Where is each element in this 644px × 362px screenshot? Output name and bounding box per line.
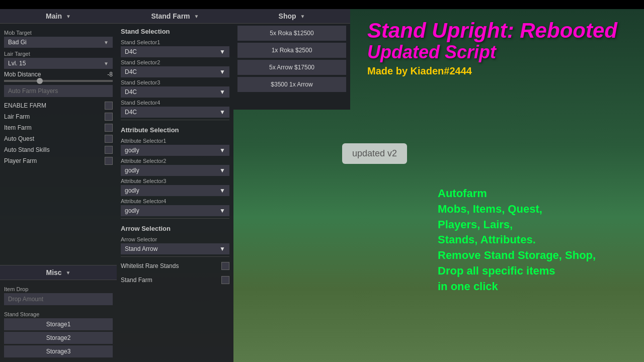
mob-target-dropdown[interactable]: Bad Gi ▼ [4,37,113,48]
stand-selector4-chevron-icon: ▼ [219,109,225,116]
drop-amount-input[interactable] [4,293,113,305]
whitelist-checkbox[interactable] [221,262,229,270]
title-line1: Stand Upright: Rebooted [367,19,634,42]
stand-selector2-chevron-icon: ▼ [219,68,225,75]
item-farm-label: Item Farm [4,124,32,131]
shop-panel: Shop ▼ 5x Roka $12500 1x Roka $2500 5x A… [233,9,350,110]
shop-item4-button[interactable]: $3500 1x Arrow [237,77,346,92]
arrow-selector-value: Stand Arrow [125,245,157,252]
attribute-selector4-dropdown[interactable]: godly ▼ [121,205,229,216]
stand-selector1-label: Stand Selector1 [117,39,233,45]
auto-stand-skills-label: Auto Stand Skills [4,146,50,153]
stand-selector4-dropdown[interactable]: D4C ▼ [121,107,229,118]
storage2-button[interactable]: Storage2 [4,332,113,344]
stand-selector1-dropdown[interactable]: D4C ▼ [121,46,229,57]
attribute-selector1-chevron-icon: ▼ [219,147,225,154]
misc-chevron-icon[interactable]: ▼ [66,270,71,276]
attribute-selector3-dropdown[interactable]: godly ▼ [121,185,229,196]
shop-chevron-icon[interactable]: ▼ [300,14,305,19]
attribute-selector3-value: godly [125,187,139,194]
whitelist-label: Whitelist Rare Stands [121,262,179,269]
lair-target-dropdown[interactable]: Lvl. 15 ▼ [4,58,113,69]
middle-panel: Stand Farm ▼ Stand Selection Stand Selec… [117,9,233,362]
divider3 [121,256,229,257]
main-chevron-icon[interactable]: ▼ [66,14,71,19]
stand-selector3-value: D4C [125,88,137,96]
top-bar [0,0,644,9]
shop-item1-button[interactable]: 5x Roka $12500 [237,26,346,41]
stand-farm-content: Stand Selection Stand Selector1 D4C ▼ St… [117,24,233,362]
shop-item2-button[interactable]: 1x Roka $2500 [237,43,346,58]
enable-farm-label: ENABLE FARM [4,102,46,109]
stand-selector1-value: D4C [125,48,137,55]
player-farm-checkbox[interactable] [105,157,113,165]
feature-line1: Autofarm [438,186,596,202]
attribute-selector1-dropdown[interactable]: godly ▼ [121,145,229,156]
attribute-selector4-label: Attribute Selector4 [117,198,233,204]
stand-selector4-label: Stand Selector4 [117,100,233,106]
mob-target-chevron-icon: ▼ [104,40,109,45]
attribute-selector4-chevron-icon: ▼ [219,207,225,214]
shop-header: Shop ▼ [233,9,350,24]
misc-header: Misc ▼ [0,265,117,280]
enable-farm-row: ENABLE FARM [4,100,113,111]
auto-stand-skills-checkbox[interactable] [105,146,113,154]
auto-stand-skills-row: Auto Stand Skills [4,144,113,155]
title-line2: Updated Script [367,42,634,62]
title-area: Stand Upright: Rebooted Updated Script M… [357,9,644,77]
stand-selector2-dropdown[interactable]: D4C ▼ [121,66,229,77]
attribute-selector2-dropdown[interactable]: godly ▼ [121,165,229,176]
lair-target-label: Lair Target [4,51,113,57]
stand-selector2-label: Stand Selector2 [117,59,233,65]
arrow-selector-dropdown[interactable]: Stand Arrow ▼ [121,243,229,254]
made-by-label: Made by Kiaden#2444 [367,65,634,77]
attribute-selector2-value: godly [125,167,139,174]
stand-selector3-dropdown[interactable]: D4C ▼ [121,86,229,98]
stand-farm-label: Stand Farm [121,277,152,284]
mob-distance-label: Mob Distance [4,71,41,78]
auto-farm-players-input[interactable] [4,85,113,97]
storage3-button[interactable]: Storage3 [4,345,113,357]
stand-selector2-value: D4C [125,68,137,75]
auto-quest-checkbox[interactable] [105,135,113,143]
features-area: Autofarm Mobs, Items, Quest, Players, La… [438,186,596,295]
stand-selection-title: Stand Selection [117,24,233,37]
item-drop-label: Item Drop [4,286,113,292]
mob-distance-slider[interactable] [4,80,113,82]
feature-line3: Players, Lairs, [438,217,596,233]
storage1-button[interactable]: Storage1 [4,318,113,330]
stand-farm-checkbox[interactable] [221,276,229,284]
main-header: Main ▼ [0,9,117,24]
stand-selector4-value: D4C [125,109,137,116]
attribute-selector2-label: Attribute Selector2 [117,158,233,164]
shop-item3-button[interactable]: 5x Arrow $17500 [237,60,346,75]
mob-distance-value: -8 [107,71,113,78]
lair-target-value: Lvl. 15 [8,60,26,67]
attribute-selector1-value: godly [125,147,139,154]
lair-farm-row: Lair Farm [4,111,113,122]
auto-quest-row: Auto Quest [4,133,113,144]
arrow-selection-title: Arrow Selection [117,221,233,234]
feature-line7: in one click [438,279,596,295]
divider2 [121,218,229,219]
item-farm-checkbox[interactable] [105,124,113,132]
divider1 [121,120,229,120]
stand-farm-chevron-icon[interactable]: ▼ [194,14,199,19]
enable-farm-checkbox[interactable] [105,102,113,110]
lair-target-chevron-icon: ▼ [104,61,109,66]
arrow-selector-label: Arrow Selector [117,236,233,242]
feature-line2: Mobs, Items, Quest, [438,202,596,217]
lair-farm-checkbox[interactable] [105,113,113,121]
misc-header-label: Misc [46,268,61,277]
attribute-selection-title: Attribute Selection [117,122,233,136]
player-farm-row: Player Farm [4,155,113,166]
stand-farm-header-label: Stand Farm [151,12,190,20]
attribute-selector3-chevron-icon: ▼ [219,187,225,194]
attribute-selector2-chevron-icon: ▼ [219,167,225,174]
stand-farm-header: Stand Farm ▼ [117,9,233,24]
auto-quest-label: Auto Quest [4,135,34,142]
player-farm-label: Player Farm [4,157,37,164]
updated-bubble-text: updated v2 [352,148,397,158]
mob-distance-row: Mob Distance -8 [4,71,113,78]
lair-farm-label: Lair Farm [4,113,30,120]
